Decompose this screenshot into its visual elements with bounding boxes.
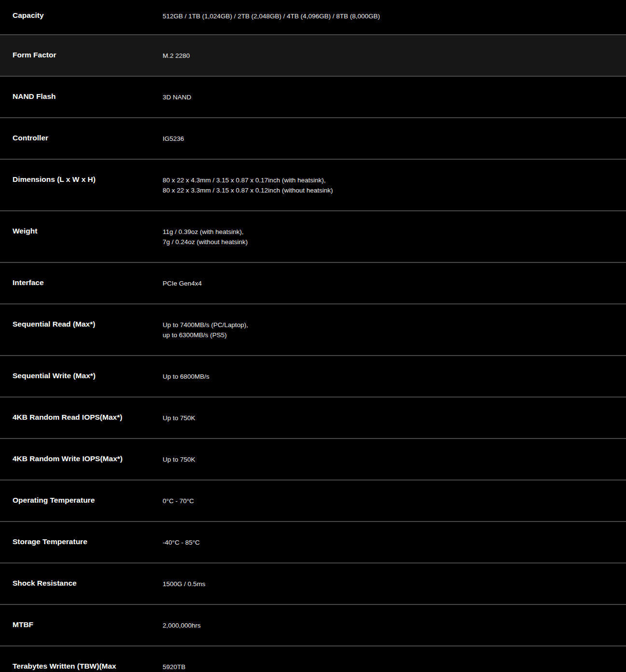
spec-value: 512GB / 1TB (1,024GB) / 2TB (2,048GB) / … [163,11,616,21]
spec-row-weight: Weight 11g / 0.39oz (with heatsink), 7g … [0,211,626,263]
spec-row-operating-temperature: Operating Temperature 0°C - 70°C [0,480,626,522]
spec-value: 0°C - 70°C [163,495,616,506]
spec-row-sequential-read: Sequential Read (Max*) Up to 7400MB/s (P… [0,304,626,356]
spec-row-mtbf: MTBF 2,000,000hrs [0,605,626,646]
spec-row-nand-flash: NAND Flash 3D NAND [0,77,626,118]
spec-table: Capacity 512GB / 1TB (1,024GB) / 2TB (2,… [0,0,626,672]
spec-label: Weight [13,226,163,236]
spec-label: Operating Temperature [13,495,163,505]
spec-value: 5920TB [163,661,616,672]
spec-label: Dimensions (L x W x H) [13,175,163,184]
spec-label: Terabytes Written (TBW)(Max Capacity*) [13,661,163,672]
spec-row-form-factor: Form Factor M.2 2280 [0,35,626,77]
spec-value: Up to 750K [163,412,616,423]
spec-value: 2,000,000hrs [163,620,616,631]
spec-row-tbw: Terabytes Written (TBW)(Max Capacity*) 5… [0,646,626,672]
spec-row-dimensions: Dimensions (L x W x H) 80 x 22 x 4.3mm /… [0,160,626,211]
spec-label: Interface [13,278,163,288]
spec-value: -40°C - 85°C [163,537,616,548]
spec-label: 4KB Random Read IOPS(Max*) [13,412,163,422]
spec-label: Storage Temperature [13,537,163,547]
spec-label: Capacity [13,11,163,20]
spec-value: 80 x 22 x 4.3mm / 3.15 x 0.87 x 0.17inch… [163,175,616,195]
spec-label: Controller [13,133,163,143]
spec-value: IG5236 [163,133,616,144]
spec-label: Sequential Write (Max*) [13,371,163,381]
spec-value: Up to 750K [163,454,616,465]
spec-value: Up to 7400MB/s (PC/Laptop), up to 6300MB… [163,319,616,340]
spec-value: M.2 2280 [163,50,616,61]
spec-row-random-write-iops: 4KB Random Write IOPS(Max*) Up to 750K [0,439,626,480]
spec-label: Form Factor [13,50,163,60]
spec-row-interface: Interface PCIe Gen4x4 [0,263,626,304]
spec-row-controller: Controller IG5236 [0,118,626,160]
spec-row-capacity: Capacity 512GB / 1TB (1,024GB) / 2TB (2,… [0,0,626,35]
spec-label: NAND Flash [13,92,163,101]
spec-row-shock-resistance: Shock Resistance 1500G / 0.5ms [0,563,626,605]
spec-value: Up to 6800MB/s [163,371,616,382]
spec-value: 11g / 0.39oz (with heatsink), 7g / 0.24o… [163,226,616,247]
spec-label: Shock Resistance [13,578,163,588]
spec-value: 3D NAND [163,92,616,102]
spec-label: Sequential Read (Max*) [13,319,163,329]
spec-label: 4KB Random Write IOPS(Max*) [13,454,163,464]
spec-row-random-read-iops: 4KB Random Read IOPS(Max*) Up to 750K [0,398,626,439]
spec-row-sequential-write: Sequential Write (Max*) Up to 6800MB/s [0,356,626,398]
spec-value: PCIe Gen4x4 [163,278,616,288]
spec-row-storage-temperature: Storage Temperature -40°C - 85°C [0,522,626,563]
spec-value: 1500G / 0.5ms [163,578,616,589]
spec-label: MTBF [13,620,163,630]
